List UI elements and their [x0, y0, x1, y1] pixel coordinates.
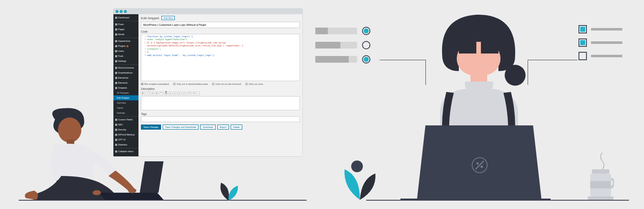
- tags-label: Tags: [141, 112, 300, 115]
- toggle-icon[interactable]: [362, 41, 370, 49]
- quote-icon[interactable]: ❝: [159, 92, 163, 95]
- strike-icon[interactable]: S: [155, 92, 158, 95]
- radio-label: Only run once: [249, 83, 263, 85]
- sidebar-item[interactable]: SEO: [113, 122, 138, 127]
- menu-icon: [115, 33, 117, 36]
- save-deactivate-button[interactable]: Save Changes and Deactivate: [163, 125, 199, 130]
- menu-icon: [115, 134, 117, 136]
- italic-icon[interactable]: I: [146, 92, 149, 95]
- sidebar-item[interactable]: Settings: [113, 110, 138, 115]
- svg-point-10: [476, 162, 479, 165]
- menu-icon: [115, 28, 117, 31]
- scope-radio[interactable]: Run snippet everywhere: [141, 83, 169, 85]
- sidebar-item[interactable]: Snippets: [113, 85, 138, 90]
- menu-icon: [115, 67, 117, 69]
- toggle-icon[interactable]: [362, 27, 370, 35]
- sidebar-item[interactable]: Edit Snippet: [113, 95, 138, 100]
- sidebar-item-label: CPT UI: [118, 138, 126, 141]
- sidebar-item[interactable]: Statistics: [113, 142, 138, 147]
- align-right-icon[interactable]: ≡: [182, 92, 186, 95]
- more-icon[interactable]: ⋯: [196, 92, 200, 95]
- sidebar-item[interactable]: Settings: [113, 59, 138, 64]
- sidebar-item[interactable]: Elementor: [113, 75, 138, 80]
- sidebar-item-label: Statistics: [118, 143, 127, 146]
- sidebar-item[interactable]: Elements: [113, 80, 138, 85]
- sidebar-item-label: Settings: [118, 60, 126, 62]
- checkbox-icon[interactable]: [579, 38, 587, 47]
- delete-button[interactable]: Delete: [231, 125, 242, 130]
- svg-rect-17: [588, 196, 614, 200]
- slider-row: [315, 27, 380, 35]
- scope-radio[interactable]: Only run in administration area: [173, 83, 208, 85]
- sidebar-item[interactable]: Pages: [113, 27, 138, 32]
- sidebar-item-label: Tools: [118, 55, 123, 57]
- sidebar-item[interactable]: Media: [113, 32, 138, 37]
- add-new-button[interactable]: Add New: [161, 16, 175, 20]
- slider-track[interactable]: [315, 56, 357, 63]
- checkbox-icon[interactable]: [579, 52, 587, 60]
- sidebar-item-label: Pages: [118, 28, 125, 31]
- svg-rect-14: [592, 169, 609, 173]
- menu-icon: [115, 55, 117, 57]
- list-ol-icon[interactable]: ≡: [169, 92, 172, 95]
- sidebar-item[interactable]: WooCommerce: [113, 64, 138, 70]
- tags-input[interactable]: [141, 116, 300, 122]
- code-label: Code: [141, 30, 300, 33]
- scope-radio[interactable]: Only run once: [245, 83, 263, 85]
- menu-icon: [115, 40, 117, 42]
- sidebar-item[interactable]: Dashboard: [113, 15, 138, 20]
- mug-decoration: [587, 169, 614, 202]
- window-dot: [120, 10, 123, 13]
- sidebar-item[interactable]: WPvivid Backup: [113, 132, 138, 137]
- link-icon[interactable]: ⇔: [150, 92, 154, 95]
- align-left-icon[interactable]: ≡: [173, 92, 177, 95]
- sidebar-item[interactable]: Users: [113, 48, 138, 54]
- sidebar-item[interactable]: Tools: [113, 54, 138, 59]
- bold-icon[interactable]: B: [141, 92, 145, 95]
- sidebar-item[interactable]: Custom Fields: [113, 116, 138, 122]
- slider-fill: [315, 28, 328, 34]
- sidebar-item[interactable]: Security: [113, 127, 138, 132]
- undo-icon[interactable]: ↶: [187, 92, 191, 95]
- rich-text-toolbar: B I ⇔ S ❝ ≣ ≡ ≡ ≡ ≡ ↶ ↷ ⋯: [141, 92, 300, 95]
- menu-icon: [115, 119, 117, 121]
- radio-icon: [173, 83, 176, 85]
- sidebar-item[interactable]: Plugins: [113, 43, 138, 48]
- menu-icon: [115, 23, 117, 25]
- save-button[interactable]: Save Changes: [141, 125, 161, 130]
- sidebar-item[interactable]: Appearance: [113, 38, 138, 43]
- code-line: 4 </style>';: [142, 48, 299, 51]
- checkbox-icon[interactable]: [579, 25, 587, 33]
- menu-icon: [115, 129, 117, 131]
- menu-icon: [115, 124, 117, 126]
- download-button[interactable]: Download: [200, 125, 215, 130]
- menu-icon: [115, 150, 117, 153]
- slider-track[interactable]: [315, 42, 357, 48]
- sidebar-item[interactable]: Add New: [113, 100, 138, 105]
- scope-radio[interactable]: Only run on site front-end: [212, 83, 241, 85]
- sidebar-item[interactable]: CPT UI: [113, 137, 138, 142]
- description-textarea[interactable]: [141, 96, 300, 110]
- code-editor[interactable]: 1function my_custom_login_logo() {2 echo…: [141, 34, 300, 81]
- align-center-icon[interactable]: ≡: [178, 92, 181, 95]
- sidebar-item-label: Custom Fields: [118, 118, 133, 121]
- sidebar-item[interactable]: Import: [113, 105, 138, 110]
- list-ul-icon[interactable]: ≣: [164, 92, 168, 95]
- sidebar-item[interactable]: Smashballoon: [113, 70, 138, 75]
- toggle-icon[interactable]: [362, 55, 370, 64]
- export-button[interactable]: Export: [217, 125, 229, 130]
- radio-label: Run snippet everywhere: [144, 83, 169, 85]
- checklist-row: [579, 38, 631, 47]
- sidebar-item[interactable]: Posts: [113, 21, 138, 27]
- sidebar-item[interactable]: Collapse menu: [113, 148, 138, 154]
- sidebar-item-label: WPvivid Backup: [118, 133, 135, 136]
- snippet-title-input[interactable]: [141, 22, 300, 28]
- sidebar-item[interactable]: All Snippets: [113, 90, 138, 95]
- scope-radios: Run snippet everywhereOnly run in admini…: [141, 83, 300, 85]
- sidebar-item-label: Plugins: [118, 45, 126, 47]
- sidebar-item-label: All Snippets: [117, 92, 129, 94]
- sidebar-item-label: Users: [118, 50, 124, 52]
- svg-rect-12: [400, 199, 551, 201]
- redo-icon[interactable]: ↷: [191, 92, 195, 95]
- slider-track[interactable]: [315, 28, 357, 34]
